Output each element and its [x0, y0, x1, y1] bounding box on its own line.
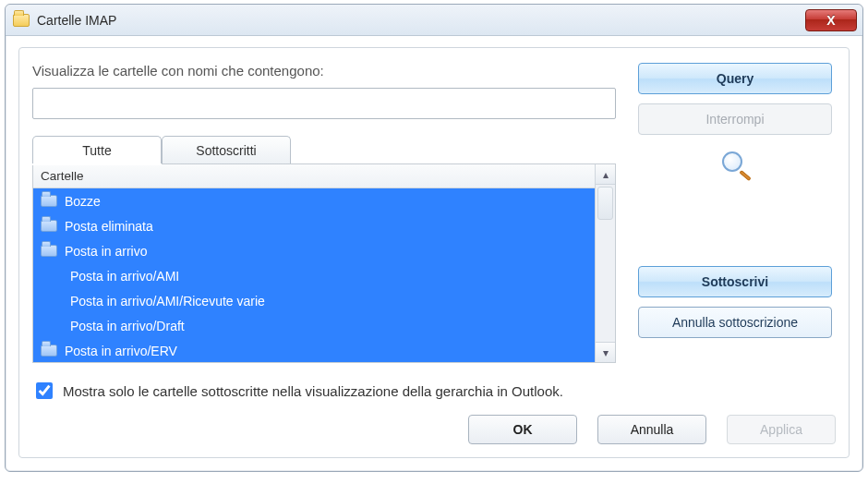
close-icon: X — [826, 13, 835, 28]
folder-icon — [41, 220, 57, 232]
list-item[interactable]: Posta in arrivo/Draft — [33, 313, 595, 338]
tab-subscribed-label: Sottoscritti — [196, 143, 256, 158]
list-item[interactable]: Bozze — [33, 188, 595, 213]
subscribe-button[interactable]: Sottoscrivi — [638, 266, 832, 297]
list-item-label: Bozze — [65, 194, 101, 209]
list-item-label: Posta eliminata — [65, 219, 153, 234]
dialog-footer: OK Annulla Applica — [32, 415, 836, 444]
list-item-label: Posta in arrivo/AMI — [65, 269, 179, 284]
close-button[interactable]: X — [805, 9, 857, 31]
client-area: Visualizza le cartelle con nomi che cont… — [6, 36, 862, 471]
vertical-scrollbar[interactable]: ▴ ▾ — [595, 164, 615, 362]
list-item[interactable]: Posta in arrivo/AMI/Ricevute varie — [33, 288, 595, 313]
tab-all-label: Tutte — [82, 143, 111, 158]
folder-icon — [41, 345, 57, 357]
imap-folders-dialog: Cartelle IMAP X Visualizza le cartelle c… — [5, 4, 863, 472]
cancel-button[interactable]: Annulla — [597, 415, 706, 444]
unsubscribe-button[interactable]: Annulla sottoscrizione — [638, 307, 832, 338]
list-item-label: Posta in arrivo — [65, 244, 147, 259]
only-subscribed-row[interactable]: Mostra solo le cartelle sottoscritte nel… — [32, 380, 836, 402]
query-button[interactable]: Query — [638, 63, 832, 94]
folder-icon — [41, 195, 57, 207]
only-subscribed-checkbox[interactable] — [36, 382, 53, 399]
list-item[interactable]: Posta in arrivo — [33, 238, 595, 263]
list-item[interactable]: Posta eliminata — [33, 213, 595, 238]
list-item-label: Posta in arrivo/ERV — [65, 344, 177, 358]
list-item-label: Posta in arrivo/AMI/Ricevute varie — [65, 294, 265, 308]
list-item[interactable]: Posta in arrivo/AMI — [33, 263, 595, 288]
scroll-thumb[interactable] — [597, 187, 613, 220]
search-input[interactable] — [32, 88, 616, 119]
only-subscribed-label: Mostra solo le cartelle sottoscritte nel… — [63, 383, 563, 399]
scroll-track[interactable] — [596, 222, 615, 342]
ok-button[interactable]: OK — [468, 415, 577, 444]
list-item-label: Posta in arrivo/Draft — [65, 319, 185, 333]
window-title: Cartelle IMAP — [37, 13, 798, 28]
column-header-label: Cartelle — [41, 169, 84, 183]
tab-subscribed[interactable]: Sottoscritti — [162, 136, 291, 163]
list-item[interactable]: Posta in arrivo/ERV — [33, 338, 595, 362]
folder-icon — [13, 14, 30, 27]
search-icon — [718, 150, 752, 183]
scroll-down-button[interactable]: ▾ — [596, 342, 615, 362]
group-box: Visualizza le cartelle con nomi che cont… — [18, 47, 850, 458]
tab-all[interactable]: Tutte — [32, 136, 162, 163]
folder-tabs: Tutte Sottoscritti — [32, 136, 616, 163]
folder-list: Cartelle BozzePosta eliminataPosta in ar… — [32, 163, 616, 363]
column-header[interactable]: Cartelle — [33, 164, 595, 188]
stop-button: Interrompi — [638, 103, 832, 135]
titlebar[interactable]: Cartelle IMAP X — [6, 5, 862, 36]
apply-button: Applica — [727, 415, 836, 444]
scroll-up-button[interactable]: ▴ — [596, 164, 615, 185]
folder-icon — [41, 245, 57, 257]
search-label: Visualizza le cartelle con nomi che cont… — [32, 63, 616, 79]
